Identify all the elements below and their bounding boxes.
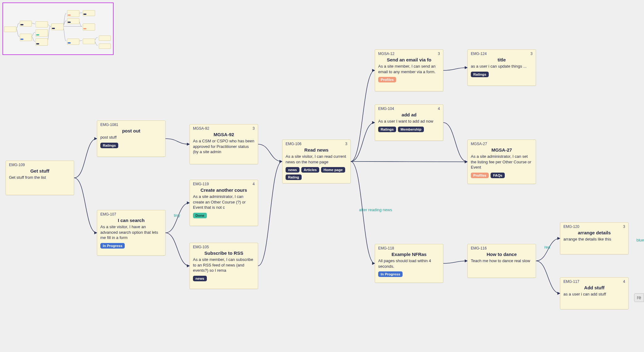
minimap-node [4, 27, 16, 32]
card-desc: As a site visitor, I have an advanced se… [100, 224, 162, 241]
card-tags: newsArticlesHome pageRating [286, 167, 347, 180]
card-n104[interactable]: EMG-1044add adAs a user I want to add ad… [375, 104, 443, 141]
card-n116[interactable]: EMG-116How to danceTeach me how to dance… [467, 244, 536, 278]
card-points: 3 [345, 142, 347, 146]
card-tags: Ratings [471, 72, 533, 77]
card-n27[interactable]: MGSA-27MGSA-27As a site administrator, I… [467, 140, 536, 184]
edge-n109-n1081 [74, 139, 97, 178]
minimap-node [20, 34, 32, 41]
edge-n107-n119 [165, 203, 190, 233]
tag-ratings[interactable]: Ratings [471, 72, 489, 77]
card-desc: Teach me how to dance real slow [471, 258, 533, 264]
card-points: 4 [253, 182, 255, 186]
minimap-node [83, 39, 95, 44]
card-n120[interactable]: EMG-1203arrange detailsarrange the detai… [560, 222, 629, 254]
card-points: 3 [253, 126, 255, 131]
diagram-canvas[interactable]: EMG-109Get stuffGet stuff from the listE… [0, 0, 644, 352]
tag-news[interactable]: news [286, 167, 299, 173]
edge-n106-n104 [351, 123, 375, 161]
tag-in-progress[interactable]: In Progress [100, 243, 125, 249]
card-id: EMG-124 [471, 52, 487, 56]
edge-n116-n117 [536, 261, 560, 293]
minimap-node [20, 21, 32, 27]
card-title: post out [100, 128, 162, 133]
card-id: EMG-109 [9, 163, 25, 167]
tag-rating[interactable]: Rating [286, 174, 302, 180]
card-desc: All pages should load within 4 seconds. [378, 258, 440, 269]
edge-n106-n12 [351, 70, 375, 161]
card-n107[interactable]: EMG-107I can searchAs a site visitor, I … [97, 210, 165, 256]
edge-n12-n124 [443, 68, 467, 70]
card-id: EMG-1081 [100, 123, 118, 127]
card-n92[interactable]: MGSA-923MGSA-92As a CSM or CSPO who has … [190, 124, 258, 164]
edge-n104-n27 [443, 123, 467, 162]
card-n109[interactable]: EMG-109Get stuffGet stuff from the list [6, 161, 74, 195]
edge-n106-n27 [351, 161, 467, 162]
tag-articles[interactable]: Articles [301, 167, 319, 173]
card-id: MGSA-12 [378, 52, 395, 56]
card-n118[interactable]: EMG-118Example NFRasAll pages should loa… [375, 244, 443, 283]
tag-faqs[interactable]: FAQs [491, 173, 505, 178]
card-title: Send an email via fo [378, 57, 440, 62]
card-id: EMG-119 [193, 182, 209, 186]
card-id: EMG-107 [100, 212, 116, 216]
card-n12[interactable]: MGSA-123Send an email via foAs a site me… [375, 49, 443, 91]
card-id: EMG-104 [378, 107, 394, 111]
tag-done[interactable]: Done [193, 213, 207, 218]
card-id: EMG-120 [563, 224, 579, 229]
card-tags: Ratings [100, 143, 162, 148]
edge-label: after reading news [359, 207, 392, 212]
tag-profiles[interactable]: Profiles [471, 173, 489, 178]
card-title: Subscribe to RSS [193, 250, 255, 256]
card-tags: Profiles [378, 77, 440, 82]
tag-membership[interactable]: Membership [398, 127, 424, 132]
card-desc: as a user i can update things ... [471, 64, 533, 69]
tag-news[interactable]: news [193, 276, 207, 281]
tag-home-page[interactable]: Home page [321, 167, 345, 173]
card-desc: As a user I want to add ad now [378, 119, 440, 124]
edge-n116-n120 [536, 238, 560, 261]
card-tags: RatingsMembership [378, 127, 440, 132]
edge-n106-n118 [351, 161, 375, 263]
edge-n118-n116 [443, 261, 467, 263]
card-id: MGSA-27 [471, 142, 487, 146]
side-tab[interactable]: re [634, 293, 644, 302]
minimap-node [99, 36, 111, 41]
card-title: Create another cours [193, 187, 255, 193]
card-title: arrange details [563, 230, 625, 235]
minimap-node [67, 18, 79, 24]
card-points: 3 [623, 224, 625, 229]
edge-label: tiny [174, 213, 180, 218]
card-id: EMG-116 [471, 246, 487, 250]
minimap-node [36, 38, 48, 46]
card-title: I can search [100, 218, 162, 223]
card-desc: post stuff [100, 135, 162, 140]
card-desc: As a site member, I can subscribe to an … [193, 257, 255, 273]
card-desc: arrange the details like this [563, 237, 625, 242]
tag-profiles[interactable]: Profiles [378, 77, 396, 82]
card-n105[interactable]: EMG-105Subscribe to RSSAs a site member,… [190, 243, 258, 289]
card-n1081[interactable]: EMG-1081post outpost stuffRatings [97, 120, 165, 157]
card-title: Add stuff [563, 285, 625, 290]
edge-label: red [544, 245, 550, 249]
card-points: 4 [623, 279, 625, 284]
card-n117[interactable]: EMG-1174Add stuffas a user i can add stu… [560, 277, 629, 309]
card-desc: As a site administrator, I can set the l… [471, 154, 533, 170]
card-title: MGSA-92 [193, 132, 255, 137]
tag-in-progress[interactable]: In Progress [378, 271, 403, 277]
edge-n105-n106 [258, 161, 282, 266]
minimap[interactable] [2, 2, 114, 55]
tag-ratings[interactable]: Ratings [100, 143, 118, 148]
card-id: MGSA-92 [193, 126, 209, 131]
card-n106[interactable]: EMG-1063Read newsAs a site visitor, I ca… [282, 140, 351, 183]
card-tags: ProfilesFAQs [471, 173, 533, 178]
card-tags: In Progress [378, 271, 440, 277]
card-n119[interactable]: EMG-1194Create another coursAs a site ad… [190, 180, 258, 226]
card-n124[interactable]: EMG-1243titleas a user i can update thin… [467, 49, 536, 86]
edge-n92-n106 [258, 144, 282, 161]
card-tags: Done [193, 213, 255, 218]
minimap-node [36, 21, 48, 28]
card-title: How to dance [471, 252, 533, 257]
card-points: 3 [438, 52, 440, 56]
tag-ratings[interactable]: Ratings [378, 127, 396, 132]
